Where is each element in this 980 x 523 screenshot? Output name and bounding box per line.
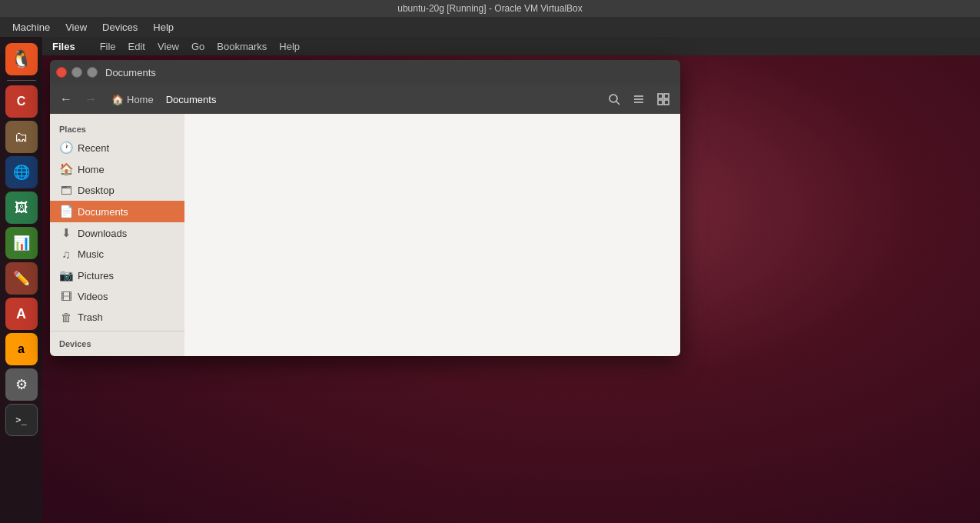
launcher-draw[interactable]: ✏️ — [5, 262, 38, 295]
sidebar-downloads-label: Downloads — [78, 228, 127, 239]
sidebar-item-documents[interactable]: 📄 Documents — [50, 201, 184, 222]
crimson-letter-icon: C — [17, 95, 26, 108]
breadcrumb-home-label: Home — [127, 94, 154, 105]
settings-gear-icon: ⚙ — [15, 376, 28, 393]
sidebar-trash-label: Trash — [78, 311, 103, 323]
launcher-settings[interactable]: ⚙ — [5, 368, 38, 401]
fm-main-area[interactable] — [184, 114, 680, 356]
launcher-firefox[interactable]: 🌐 — [5, 156, 38, 188]
documents-icon: 📄 — [59, 205, 73, 218]
texteditor-icon: A — [16, 306, 26, 322]
devices-section-title: Devices — [50, 335, 184, 351]
fm-sidebar: Places 🕐 Recent 🏠 Home 🗔 Desktop 📄 Docum… — [50, 114, 184, 356]
sidebar-item-downloads[interactable]: ⬇ Downloads — [50, 222, 184, 244]
grid-view-icon — [657, 93, 669, 105]
trash-icon: 🗑 — [59, 311, 73, 324]
file-manager-window: Documents ← → 🏠 Home Documents — [50, 60, 680, 356]
sidebar-divider — [50, 331, 184, 331]
sidebar-item-videos[interactable]: 🎞 Videos — [50, 286, 184, 307]
search-button[interactable] — [603, 88, 625, 110]
launcher-photos[interactable]: 🖼 — [5, 192, 38, 224]
list-view-icon — [633, 93, 645, 105]
sidebar-item-pictures[interactable]: 📷 Pictures — [50, 265, 184, 286]
sidebar-item-vbox[interactable]: 💿 VBOXADDITIO... ⏏ — [50, 351, 184, 356]
vbox-menu-machine[interactable]: Machine — [6, 20, 56, 35]
fm-navbar: ← → 🏠 Home Documents — [50, 85, 680, 114]
breadcrumb-area: 🏠 Home Documents — [105, 91, 599, 108]
launcher-ubuntu[interactable]: 🐧 — [5, 43, 38, 75]
sidebar-item-recent[interactable]: 🕐 Recent — [50, 137, 184, 158]
downloads-icon: ⬇ — [59, 226, 73, 240]
sidebar-desktop-label: Desktop — [78, 185, 115, 196]
sidebar-videos-label: Videos — [78, 291, 108, 302]
desktop-icon: 🗔 — [59, 184, 73, 197]
recent-icon: 🕐 — [59, 141, 73, 155]
launcher-crimson[interactable]: C — [5, 85, 38, 118]
launcher-amazon[interactable]: a — [5, 333, 38, 365]
fm-content: Places 🕐 Recent 🏠 Home 🗔 Desktop 📄 Docum… — [50, 114, 680, 356]
virtualbox-menubar: Machine View Devices Help — [0, 17, 980, 37]
pictures-icon: 📷 — [59, 268, 73, 282]
sidebar-item-desktop[interactable]: 🗔 Desktop — [50, 180, 184, 201]
sidebar-recent-label: Recent — [78, 142, 109, 154]
launcher-dock: 🐧 C 🗂 🌐 🖼 📊 ✏️ A a ⚙ >_ — [0, 37, 42, 523]
firefox-browser-icon: 🌐 — [13, 164, 30, 181]
svg-rect-8 — [664, 100, 669, 105]
files-menu-view[interactable]: View — [151, 40, 185, 53]
list-view-button[interactable] — [628, 88, 649, 110]
sidebar-item-trash[interactable]: 🗑 Trash — [50, 307, 184, 328]
music-icon: ♫ — [59, 248, 73, 261]
photos-app-icon: 🖼 — [15, 200, 28, 216]
grid-view-button[interactable] — [653, 88, 674, 110]
nav-back-button[interactable]: ← — [56, 89, 76, 109]
videos-icon: 🎞 — [59, 290, 73, 303]
vbox-disc-icon: 💿 — [59, 355, 73, 356]
files-menu-bookmarks[interactable]: Bookmarks — [211, 40, 273, 53]
sidebar-documents-label: Documents — [78, 206, 128, 218]
fm-title: Documents — [105, 67, 156, 78]
virtualbox-titlebar: ubuntu-20g [Running] - Oracle VM Virtual… — [0, 0, 980, 17]
sidebar-item-home[interactable]: 🏠 Home — [50, 158, 184, 180]
window-minimize-button[interactable] — [71, 67, 82, 78]
svg-rect-5 — [658, 94, 663, 98]
terminal-prompt-icon: >_ — [15, 415, 26, 425]
svg-point-0 — [610, 95, 617, 102]
nav-forward-button[interactable]: → — [81, 89, 101, 109]
launcher-divider-1 — [7, 80, 36, 81]
fm-titlebar: Documents — [50, 60, 680, 85]
svg-rect-7 — [658, 100, 663, 105]
breadcrumb-home[interactable]: 🏠 Home — [105, 91, 160, 108]
places-section-title: Places — [50, 120, 184, 137]
launcher-calc[interactable]: 📊 — [5, 227, 38, 259]
files-menu-file[interactable]: File — [94, 40, 122, 53]
draw-app-icon: ✏️ — [13, 270, 30, 287]
files-app-brand: Files — [46, 40, 81, 53]
files-menu-help[interactable]: Help — [273, 40, 306, 53]
files-folder-icon: 🗂 — [15, 129, 28, 145]
amazon-icon: a — [18, 342, 25, 356]
svg-line-1 — [616, 102, 620, 105]
files-app-menubar: Files File Edit View Go Bookmarks Help — [0, 37, 980, 55]
vbox-menu-help[interactable]: Help — [147, 20, 180, 35]
ubuntu-logo-icon: 🐧 — [11, 49, 32, 69]
files-menu-go[interactable]: Go — [185, 40, 211, 53]
home-icon: 🏠 — [59, 162, 73, 176]
files-menu-edit[interactable]: Edit — [122, 40, 151, 53]
home-breadcrumb-icon: 🏠 — [111, 94, 124, 105]
search-icon — [608, 93, 620, 105]
vbox-menu-view[interactable]: View — [59, 20, 93, 35]
launcher-texteditor[interactable]: A — [5, 298, 38, 330]
window-maximize-button[interactable] — [87, 67, 98, 78]
sidebar-item-music[interactable]: ♫ Music — [50, 244, 184, 265]
calc-app-icon: 📊 — [13, 235, 30, 252]
svg-rect-6 — [664, 94, 669, 98]
sidebar-music-label: Music — [78, 248, 104, 260]
launcher-terminal[interactable]: >_ — [5, 404, 38, 436]
vbox-menu-devices[interactable]: Devices — [96, 20, 144, 35]
launcher-files[interactable]: 🗂 — [5, 121, 38, 153]
sidebar-home-label: Home — [78, 164, 105, 175]
breadcrumb-current-label: Documents — [160, 91, 223, 108]
sidebar-pictures-label: Pictures — [78, 270, 114, 281]
virtualbox-title-text: ubuntu-20g [Running] - Oracle VM Virtual… — [397, 3, 583, 14]
window-close-button[interactable] — [56, 67, 67, 78]
